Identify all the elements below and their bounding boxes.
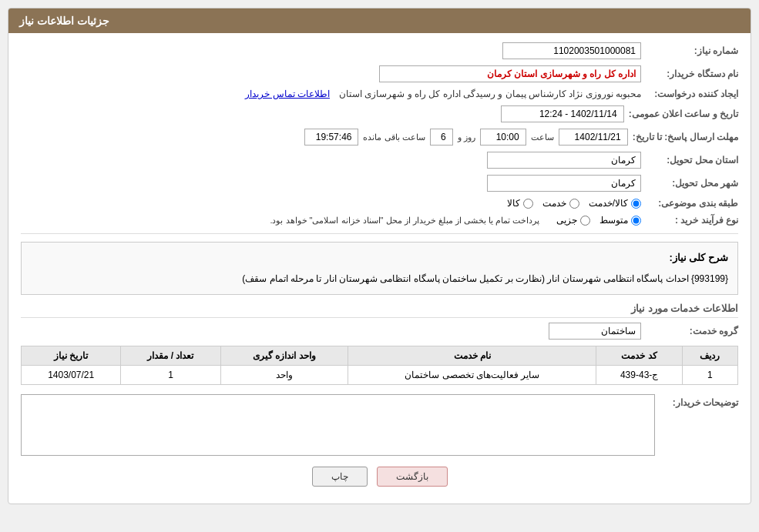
- cell-name: سایر فعالیت‌های تخصصی ساختمان: [348, 365, 596, 384]
- category-row: طبقه بندی موضوعی: کالا/خدمت خدمت کالا: [21, 198, 738, 209]
- purchase-motavaset-option[interactable]: متوسط: [599, 215, 641, 226]
- deadline-row: مهلت ارسال پاسخ: تا تاریخ: 1402/11/21 سا…: [21, 129, 738, 146]
- province-label: استان محل تحویل:: [646, 155, 738, 166]
- col-date: تاریخ نیاز: [22, 346, 121, 365]
- province-row: استان محل تحویل: کرمان: [21, 152, 738, 169]
- col-row: ردیف: [682, 346, 737, 365]
- category-kala-khadamat-label: کالا/خدمت: [589, 198, 628, 209]
- need-number-row: شماره نیاز: 1102003501000081: [21, 42, 738, 59]
- need-number-value: 1102003501000081: [502, 42, 641, 59]
- services-section-title: اطلاعات خدمات مورد نیاز: [21, 303, 738, 318]
- purchase-jozei-label: جزیی: [556, 215, 577, 226]
- purchase-motavaset-radio[interactable]: [631, 216, 641, 226]
- buyer-org-value: اداره کل راه و شهرسازی استان کرمان: [379, 65, 641, 82]
- category-khadamat-option[interactable]: خدمت: [542, 198, 579, 209]
- back-button[interactable]: بازگشت: [377, 467, 448, 487]
- category-kala-radio[interactable]: [523, 199, 533, 209]
- service-group-label: گروه خدمت:: [646, 326, 738, 336]
- city-row: شهر محل تحویل: کرمان: [21, 175, 738, 192]
- deadline-remain: 19:57:46: [304, 129, 358, 146]
- services-table: ردیف کد خدمت نام خدمت واحد اندازه گیری ت…: [21, 346, 738, 385]
- creator-label: ایجاد کننده درخواست:: [646, 89, 738, 99]
- category-kala-label: کالا: [507, 198, 520, 209]
- deadline-label: مهلت ارسال پاسخ: تا تاریخ:: [633, 132, 738, 142]
- divider-1: [21, 233, 738, 234]
- creator-value: محبوبه نوروزی نژاد کارشناس پیمان و رسیدگ…: [339, 89, 641, 99]
- purchase-jozei-radio[interactable]: [580, 216, 590, 226]
- buyer-desc-label: توضیحات خریدار:: [661, 394, 738, 408]
- deadline-days: 6: [430, 129, 453, 146]
- deadline-time-label: ساعت: [531, 132, 554, 142]
- deadline-remain-label: ساعت باقی مانده: [363, 132, 425, 142]
- service-group-value: ساختمان: [549, 323, 641, 340]
- purchase-motavaset-label: متوسط: [599, 215, 628, 226]
- announce-date-value: 1402/11/14 - 12:24: [501, 105, 624, 122]
- deadline-time: 10:00: [480, 129, 526, 146]
- announce-date-row: تاریخ و ساعت اعلان عمومی: 1402/11/14 - 1…: [21, 105, 738, 122]
- category-kala-khadamat-option[interactable]: کالا/خدمت: [589, 198, 641, 209]
- buyer-org-row: نام دستگاه خریدار: اداره کل راه و شهرساز…: [21, 65, 738, 82]
- needs-description-text: {993199} احداث پاسگاه انتظامی شهرستان ان…: [31, 271, 728, 288]
- city-value: کرمان: [487, 175, 641, 192]
- deadline-days-label: روز و: [458, 132, 475, 142]
- col-code: کد خدمت: [596, 346, 682, 365]
- category-kala-khadamat-radio[interactable]: [631, 199, 641, 209]
- button-row: بازگشت چاپ: [21, 467, 738, 494]
- cell-unit: واحد: [220, 365, 348, 384]
- deadline-date: 1402/11/21: [559, 129, 628, 146]
- category-radio-group: کالا/خدمت خدمت کالا: [507, 198, 641, 209]
- buyer-desc-textarea[interactable]: [21, 394, 655, 456]
- table-row: 1 ج-43-439 سایر فعالیت‌های تخصصی ساختمان…: [22, 365, 738, 384]
- buyer-org-label: نام دستگاه خریدار:: [646, 69, 738, 79]
- category-label: طبقه بندی موضوعی:: [646, 198, 738, 209]
- cell-count: 1: [121, 365, 220, 384]
- deadline-group: 1402/11/21 ساعت 10:00 روز و 6 ساعت باقی …: [21, 129, 628, 146]
- cell-code: ج-43-439: [596, 365, 682, 384]
- creator-row: ایجاد کننده درخواست: محبوبه نوروزی نژاد …: [21, 89, 738, 99]
- need-number-label: شماره نیاز:: [646, 45, 738, 56]
- category-khadamat-label: خدمت: [542, 198, 566, 209]
- page-title: جزئیات اطلاعات نیاز: [8, 8, 751, 33]
- province-value: کرمان: [487, 152, 641, 169]
- purchase-radio-group: متوسط جزیی: [556, 215, 641, 226]
- col-unit: واحد اندازه گیری: [220, 346, 348, 365]
- service-group-row: گروه خدمت: ساختمان: [21, 323, 738, 340]
- category-kala-option[interactable]: کالا: [507, 198, 533, 209]
- cell-row: 1: [682, 365, 737, 384]
- buyer-desc-row: توضیحات خریدار:: [21, 394, 738, 456]
- purchase-note: پرداخت تمام یا بخشی از مبلغ خریدار از مح…: [270, 216, 539, 226]
- city-label: شهر محل تحویل:: [646, 178, 738, 189]
- col-count: تعداد / مقدار: [121, 346, 220, 365]
- purchase-type-label: نوع فرآیند خرید :: [646, 215, 738, 226]
- print-button[interactable]: چاپ: [312, 467, 368, 487]
- announce-date-label: تاریخ و ساعت اعلان عمومی:: [629, 109, 738, 119]
- purchase-type-row: نوع فرآیند خرید : متوسط جزیی پرداخت تمام…: [21, 215, 738, 226]
- col-name: نام خدمت: [348, 346, 596, 365]
- needs-description-box: شرح کلی نیاز: {993199} احداث پاسگاه انتظ…: [21, 242, 738, 295]
- category-khadamat-radio[interactable]: [569, 199, 579, 209]
- cell-date: 1403/07/21: [22, 365, 121, 384]
- purchase-jozei-option[interactable]: جزیی: [556, 215, 590, 226]
- creator-contact-link[interactable]: اطلاعات تماس خریدار: [245, 89, 330, 99]
- needs-description-label: شرح کلی نیاز:: [31, 249, 728, 266]
